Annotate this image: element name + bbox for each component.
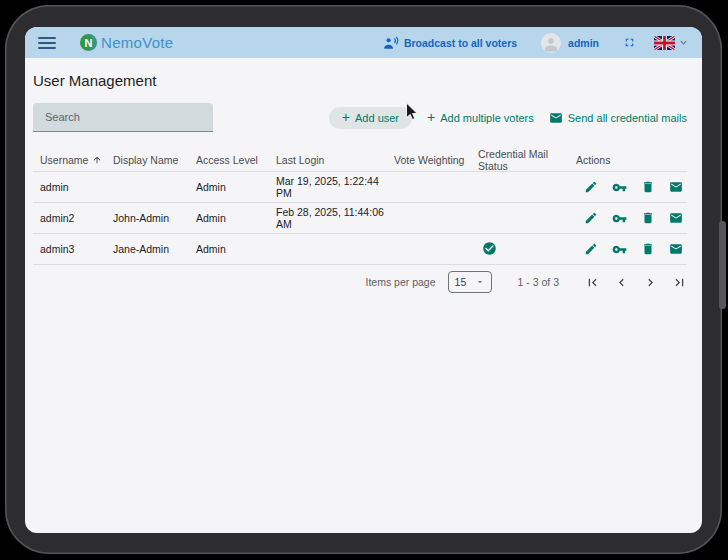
uk-flag-icon: [654, 36, 675, 50]
controls-row: + Add user + Add multiple voters Send al…: [33, 103, 687, 132]
table-row: admin3 Jane-Admin Admin: [33, 234, 687, 264]
avatar: [541, 33, 561, 53]
fullscreen-button[interactable]: [623, 36, 636, 49]
column-header-username[interactable]: Username: [40, 154, 113, 166]
broadcast-label: Broadcast to all voters: [404, 37, 517, 49]
person-announce-icon: [383, 36, 399, 50]
column-header-vote-weighting[interactable]: Vote Weighting: [394, 154, 478, 166]
add-multiple-voters-label: Add multiple voters: [440, 112, 534, 124]
pencil-icon: [584, 211, 598, 225]
last-page-button[interactable]: [672, 275, 687, 290]
reset-password-button[interactable]: [611, 242, 628, 257]
cell-actions: [576, 242, 687, 257]
chevron-left-icon: [614, 275, 629, 290]
items-per-page-value: 15: [455, 276, 467, 288]
cell-username: admin3: [40, 243, 113, 255]
table-row: admin Admin Mar 19, 2025, 1:22:44 PM: [33, 172, 687, 202]
delete-user-button[interactable]: [641, 242, 655, 256]
topbar: N NemoVote Broadcast to all voters: [25, 27, 702, 58]
user-menu[interactable]: admin: [541, 33, 599, 53]
key-icon: [611, 242, 628, 257]
send-all-credential-mails-label: Send all credential mails: [568, 112, 687, 124]
trash-icon: [641, 180, 655, 194]
column-header-display-name[interactable]: Display Name: [113, 154, 196, 166]
cell-username: admin2: [40, 212, 113, 224]
delete-user-button[interactable]: [641, 180, 655, 194]
cell-credential-mail-status: [478, 241, 576, 258]
add-multiple-voters-button[interactable]: + Add multiple voters: [427, 112, 534, 124]
main-content: User Management + Add user + Add multipl…: [25, 71, 702, 297]
menu-button[interactable]: [38, 36, 56, 50]
search-input[interactable]: [33, 103, 213, 132]
cell-display-name: John-Admin: [113, 212, 196, 224]
page-title: User Management: [33, 71, 687, 91]
trash-icon: [641, 242, 655, 256]
column-header-last-login[interactable]: Last Login: [276, 154, 394, 166]
first-page-icon: [585, 275, 600, 290]
dropdown-caret-icon: [475, 277, 485, 287]
envelope-icon: [668, 242, 684, 256]
table-header-row: Username Display Name Access Level Last …: [33, 148, 687, 171]
logo[interactable]: N NemoVote: [80, 34, 173, 51]
send-credential-mail-button[interactable]: [668, 180, 684, 194]
envelope-icon: [549, 111, 563, 125]
key-icon: [611, 211, 628, 226]
edit-user-button[interactable]: [584, 211, 598, 225]
users-table: Username Display Name Access Level Last …: [33, 148, 687, 265]
page-range-label: 1 - 3 of 3: [518, 276, 559, 288]
reset-password-button[interactable]: [611, 211, 628, 226]
username-label: admin: [568, 37, 599, 49]
last-page-icon: [672, 275, 687, 290]
check-circle-icon: [482, 241, 497, 256]
envelope-icon: [668, 211, 684, 225]
cell-access-level: Admin: [196, 181, 276, 193]
add-user-button[interactable]: + Add user: [329, 107, 412, 129]
chevron-right-icon: [643, 275, 658, 290]
items-per-page-label: Items per page: [366, 276, 436, 288]
cell-credential-mail-status: [478, 179, 576, 196]
fullscreen-corners-icon: [623, 36, 636, 49]
delete-user-button[interactable]: [641, 211, 655, 225]
table-body: admin Admin Mar 19, 2025, 1:22:44 PM: [33, 172, 687, 265]
app-window: N NemoVote Broadcast to all voters: [25, 27, 702, 533]
add-user-label: Add user: [355, 112, 399, 124]
language-selector[interactable]: [654, 36, 689, 50]
cell-access-level: Admin: [196, 243, 276, 255]
sort-ascending-icon: [92, 155, 102, 165]
logo-text: NemoVote: [101, 34, 173, 51]
items-per-page-select[interactable]: 15: [448, 271, 492, 293]
cell-access-level: Admin: [196, 212, 276, 224]
next-page-button[interactable]: [643, 275, 658, 290]
person-icon: [542, 35, 560, 53]
envelope-icon: [668, 180, 684, 194]
reset-password-button[interactable]: [611, 180, 628, 195]
plus-icon: +: [427, 112, 435, 123]
send-credential-mail-button[interactable]: [668, 242, 684, 256]
first-page-button[interactable]: [585, 275, 600, 290]
row-divider: [33, 264, 687, 265]
broadcast-button[interactable]: Broadcast to all voters: [383, 36, 517, 50]
pencil-icon: [584, 180, 598, 194]
edit-user-button[interactable]: [584, 180, 598, 194]
cell-username: admin: [40, 181, 113, 193]
cell-display-name: Jane-Admin: [113, 243, 196, 255]
pencil-icon: [584, 242, 598, 256]
send-all-credential-mails-button[interactable]: Send all credential mails: [549, 111, 687, 125]
key-icon: [611, 180, 628, 195]
column-header-access-level[interactable]: Access Level: [196, 154, 276, 166]
toolbar: + Add user + Add multiple voters Send al…: [329, 107, 687, 129]
cell-last-login: Feb 28, 2025, 11:44:06 AM: [276, 206, 394, 230]
cell-last-login: Mar 19, 2025, 1:22:44 PM: [276, 175, 394, 199]
plus-icon: +: [342, 112, 350, 123]
table-row: admin2 John-Admin Admin Feb 28, 2025, 11…: [33, 203, 687, 233]
previous-page-button[interactable]: [614, 275, 629, 290]
device-side-button: [719, 221, 726, 309]
nemovote-logo-icon: N: [80, 34, 97, 51]
column-header-actions: Actions: [576, 154, 687, 166]
edit-user-button[interactable]: [584, 242, 598, 256]
paginator-nav: [585, 275, 687, 290]
chevron-down-icon: [678, 37, 689, 48]
column-header-credential-mail-status[interactable]: Credential Mail Status: [478, 148, 576, 172]
send-credential-mail-button[interactable]: [668, 211, 684, 225]
paginator: Items per page 15 1 - 3 of 3: [33, 267, 687, 297]
